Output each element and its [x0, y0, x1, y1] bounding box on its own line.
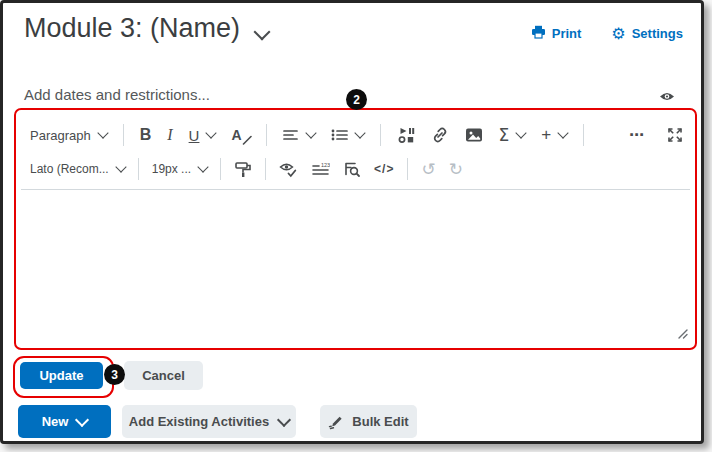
toolbar-separator — [123, 124, 124, 146]
bulk-edit-label: Bulk Edit — [352, 414, 408, 429]
equation-dropdown-button[interactable]: Σ — [499, 125, 526, 145]
module-title-row: Module 3: (Name) — [24, 13, 268, 44]
page-title: Module 3: (Name) — [24, 13, 240, 44]
editor-toolbar-row1: Paragraph B I U A — [30, 120, 683, 150]
pen-slash-icon — [242, 135, 252, 145]
format-painter-button[interactable] — [234, 161, 252, 178]
paint-roller-icon — [234, 161, 252, 178]
fullscreen-button[interactable] — [667, 127, 683, 143]
chevron-down-icon — [305, 127, 316, 138]
toolbar-separator — [138, 158, 139, 180]
font-family-dropdown[interactable]: Lato (Recom... — [30, 162, 125, 176]
chevron-down-icon — [197, 161, 208, 172]
font-color-label: A — [231, 127, 241, 143]
print-label: Print — [552, 26, 582, 41]
annotation-step-3-badge: 3 — [104, 364, 125, 385]
chevron-down-icon — [97, 127, 108, 138]
cancel-button[interactable]: Cancel — [124, 361, 203, 390]
image-icon — [465, 127, 483, 143]
toolbar-separator — [266, 124, 267, 146]
toolbar-divider — [21, 189, 690, 190]
gear-icon: ⚙ — [611, 26, 625, 42]
pencil-edit-icon — [328, 414, 344, 430]
add-dates-restrictions-link[interactable]: Add dates and restrictions... — [24, 86, 210, 103]
align-left-icon — [283, 128, 299, 142]
link-icon — [431, 126, 449, 144]
editor-toolbar-row2: Lato (Recom... 19px ... — [30, 155, 683, 183]
word-count-button[interactable]: 123 — [311, 161, 330, 177]
insert-other-dropdown-button[interactable]: + — [541, 125, 567, 145]
settings-button[interactable]: ⚙ Settings — [611, 26, 683, 42]
preview-button[interactable] — [343, 160, 361, 178]
font-family-label: Lato (Recom... — [30, 162, 109, 176]
accessibility-checker-button[interactable] — [279, 161, 298, 178]
header-actions: Print ⚙ Settings — [531, 25, 683, 42]
preview-magnifier-icon — [343, 160, 361, 178]
underline-label: U — [189, 127, 200, 144]
insert-stuff-button[interactable] — [397, 127, 415, 144]
font-color-button[interactable]: A — [231, 127, 249, 143]
toolbar-separator — [380, 124, 381, 146]
toolbar-separator — [220, 158, 221, 180]
resize-handle[interactable] — [675, 325, 688, 343]
word-count-icon: 123 — [311, 161, 330, 177]
underline-dropdown-button[interactable]: U — [189, 127, 216, 144]
svg-text:123: 123 — [321, 162, 330, 168]
paragraph-format-dropdown[interactable]: Paragraph — [30, 128, 107, 143]
plus-icon: + — [541, 125, 551, 145]
undo-button[interactable]: ↺ — [421, 161, 435, 178]
insert-image-button[interactable] — [465, 127, 483, 143]
editor-content-area[interactable] — [22, 192, 689, 328]
toolbar-separator — [583, 124, 584, 146]
toolbar-separator — [407, 158, 408, 180]
chevron-down-icon — [277, 412, 291, 426]
toolbar-separator — [265, 158, 266, 180]
add-existing-activities-dropdown-button[interactable]: Add Existing Activities — [122, 405, 296, 438]
accessibility-check-icon — [279, 161, 298, 178]
rich-text-editor: Paragraph B I U A — [14, 108, 697, 350]
font-size-label: 19px ... — [152, 162, 191, 176]
italic-button[interactable]: I — [167, 126, 172, 144]
bold-button[interactable]: B — [140, 126, 152, 144]
settings-label: Settings — [632, 26, 683, 41]
title-dropdown-chevron-icon[interactable] — [254, 23, 271, 40]
printer-icon — [531, 25, 546, 42]
print-button[interactable]: Print — [531, 25, 582, 42]
new-dropdown-button[interactable]: New — [18, 405, 111, 438]
toolbar-right-group: ⋯ — [629, 126, 683, 144]
sigma-icon: Σ — [499, 125, 510, 145]
annotation-step-2-badge: 2 — [346, 89, 367, 110]
chevron-down-icon — [75, 412, 89, 426]
paragraph-format-label: Paragraph — [30, 128, 91, 143]
chevron-down-icon — [115, 161, 126, 172]
add-existing-label: Add Existing Activities — [129, 414, 269, 429]
bullet-list-icon — [331, 128, 348, 142]
list-dropdown-button[interactable] — [331, 128, 364, 142]
source-code-button[interactable]: </> — [374, 162, 394, 176]
new-button-label: New — [42, 414, 69, 429]
bulk-edit-button[interactable]: Bulk Edit — [320, 405, 417, 438]
chevron-down-icon — [558, 127, 569, 138]
alignment-dropdown-button[interactable] — [283, 128, 315, 142]
chevron-down-icon — [354, 127, 365, 138]
visibility-eye-icon[interactable] — [659, 88, 675, 106]
font-size-dropdown[interactable]: 19px ... — [152, 162, 207, 176]
insert-stuff-icon — [397, 127, 415, 144]
chevron-down-icon — [516, 127, 527, 138]
annotation-highlight-update — [13, 356, 114, 398]
chevron-down-icon — [206, 127, 217, 138]
redo-button[interactable]: ↻ — [449, 161, 463, 178]
insert-link-button[interactable] — [431, 126, 449, 144]
more-actions-button[interactable]: ⋯ — [629, 126, 645, 144]
fullscreen-icon — [667, 127, 683, 143]
content-window: Module 3: (Name) Print ⚙ Settings Add da… — [0, 0, 704, 444]
